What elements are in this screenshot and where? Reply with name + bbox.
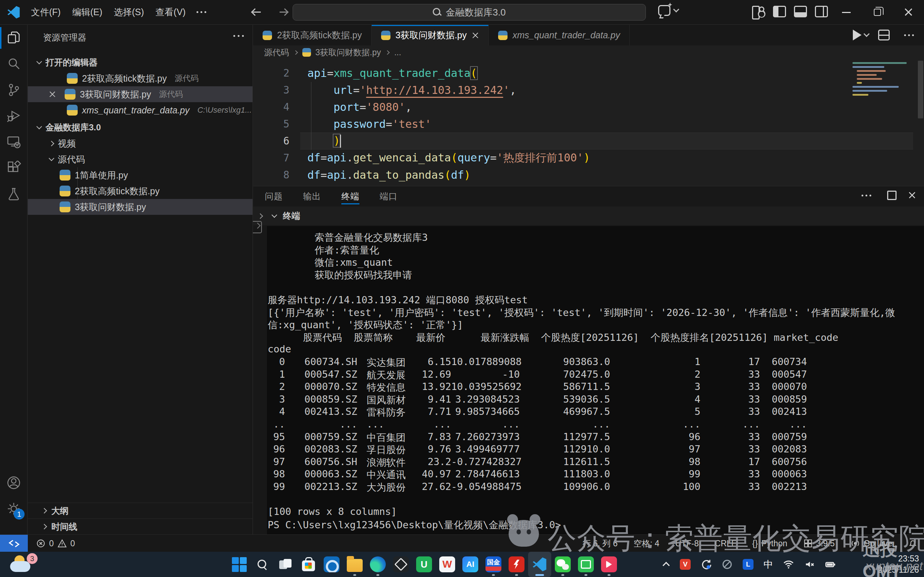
taskbar-dark-app-button[interactable] xyxy=(389,552,413,577)
folder-videos[interactable]: 视频 xyxy=(28,135,253,151)
nav-forward-icon[interactable] xyxy=(276,5,290,19)
explorer-more-actions-icon[interactable] xyxy=(233,35,244,37)
window-minimize-button[interactable] xyxy=(831,0,862,24)
editor-more-actions-icon[interactable] xyxy=(899,31,919,39)
taskbar-red-bolt-app-button[interactable] xyxy=(505,552,528,577)
panel-more-actions-icon[interactable] xyxy=(856,192,876,199)
menu-more-icon[interactable] xyxy=(192,8,211,16)
activity-extensions-icon[interactable] xyxy=(0,155,27,181)
outline-section[interactable]: 大纲 xyxy=(28,503,253,519)
folder-source[interactable]: 源代码 xyxy=(28,151,253,167)
minimap[interactable] xyxy=(853,62,914,102)
taskbar-start-button[interactable] xyxy=(227,552,251,577)
terminal-output[interactable]: 索普金融量化交易数据库3 作者:索普量化 微信:xms_quant 获取的授权码… xyxy=(267,226,924,535)
taskbar-search-button[interactable] xyxy=(251,552,274,577)
panel-tab-ports[interactable]: 端口 xyxy=(380,186,398,206)
taskbar-wps-button[interactable]: W xyxy=(435,552,459,577)
toggle-panel-icon[interactable] xyxy=(794,6,807,17)
split-editor-icon[interactable] xyxy=(878,30,890,40)
remote-indicator[interactable] xyxy=(0,535,28,552)
breadcrumb-item[interactable]: 源代码 xyxy=(264,47,289,58)
taskbar-weather-widget[interactable]: 3 xyxy=(10,554,37,575)
taskbar-edge-button[interactable] xyxy=(366,552,389,577)
file-item-selected[interactable]: 3获取问财数据.py xyxy=(28,199,253,215)
code-editor[interactable]: 2api=xms_quant_trader_data(3 url='http:/… xyxy=(253,59,924,186)
taskbar-green-chat-app-button[interactable] xyxy=(574,552,597,577)
indentation-status[interactable]: 空格: 4 xyxy=(634,538,660,549)
cursor-position-status[interactable]: 行 6, 列 6 xyxy=(583,538,618,549)
tray-v-app-icon[interactable]: V xyxy=(680,559,691,570)
activity-remote-explorer-icon[interactable] xyxy=(0,129,27,155)
tab-3获取问财数据[interactable]: 3获取问财数据.py xyxy=(372,25,489,45)
copilot-button[interactable] xyxy=(658,5,678,16)
nav-back-icon[interactable] xyxy=(249,5,264,19)
taskbar-task-view-button[interactable] xyxy=(274,552,297,577)
open-editor-item[interactable]: 2获取高频tick数据.py 源代码 xyxy=(28,71,253,86)
activity-source-control-icon[interactable] xyxy=(0,77,27,103)
taskbar-pink-app-button[interactable] xyxy=(597,552,621,577)
taskbar-file-explorer-button[interactable] xyxy=(343,552,366,577)
eol-status[interactable]: CRLF xyxy=(715,539,737,548)
ime-language-indicator[interactable]: 中 xyxy=(764,558,773,571)
taskbar-outlook-button[interactable] xyxy=(320,552,343,577)
encoding-status[interactable]: UTF-8 xyxy=(675,539,698,548)
file-item[interactable]: 1简单使用.py xyxy=(28,167,253,183)
activity-explorer-icon[interactable] xyxy=(0,25,27,51)
tray-hidden-icons-chevron[interactable] xyxy=(663,562,670,569)
tab-close-icon[interactable] xyxy=(472,32,479,39)
window-close-button[interactable] xyxy=(893,0,924,24)
close-icon[interactable] xyxy=(49,90,56,98)
taskbar-green-u-app-button[interactable]: U xyxy=(413,552,435,577)
tab-xms-quant-trader-data[interactable]: xms_quant_trader_data.py xyxy=(489,25,630,45)
bell-icon[interactable] xyxy=(908,539,918,548)
open-editors-section[interactable]: 打开的编辑器 xyxy=(28,55,253,71)
timeline-section[interactable]: 时间线 xyxy=(28,519,253,534)
taskbar-ai-app-button[interactable]: AI xyxy=(459,552,482,577)
menu-file[interactable]: 文件(F) xyxy=(25,3,66,21)
problems-status[interactable]: 0 0 xyxy=(36,539,75,548)
toggle-secondary-sidebar-icon[interactable] xyxy=(815,6,828,17)
tab-2获取高频tick数据[interactable]: 2获取高频tick数据.py xyxy=(253,25,372,45)
breadcrumb-item[interactable]: 3获取问财数据.py xyxy=(315,47,381,58)
panel-maximize-icon[interactable] xyxy=(887,191,897,200)
activity-run-debug-icon[interactable] xyxy=(0,103,27,129)
taskbar-vscode-button[interactable] xyxy=(528,552,551,577)
breadcrumb-item[interactable]: ... xyxy=(394,48,401,57)
open-editor-item-selected[interactable]: 3获取问财数据.py 源代码 xyxy=(28,86,253,102)
panel-tab-problems[interactable]: 问题 xyxy=(265,186,283,206)
window-restore-button[interactable] xyxy=(862,0,893,24)
file-item[interactable]: 2获取高频tick数据.py xyxy=(28,183,253,199)
chevron-collapsed-icon[interactable] xyxy=(258,213,263,219)
tray-lenovo-icon[interactable]: L xyxy=(743,559,753,570)
terminal-group-header[interactable]: 终端 xyxy=(253,206,924,225)
settings-gear-icon[interactable]: 1 xyxy=(0,496,27,522)
panel-close-icon[interactable] xyxy=(908,191,916,199)
taskbar-clock[interactable]: 23:53 2025/11/26 xyxy=(878,553,919,575)
command-center-search[interactable]: 金融数据库3.0 xyxy=(293,4,646,21)
wifi-icon[interactable] xyxy=(783,559,794,570)
battery-icon[interactable] xyxy=(825,559,836,570)
account-icon[interactable] xyxy=(0,470,27,496)
toggle-primary-sidebar-icon[interactable] xyxy=(773,6,786,17)
taskbar-wechat-button[interactable] xyxy=(551,552,574,577)
python-interpreter-status[interactable]: 3.9.5 xyxy=(803,539,835,548)
language-mode-status[interactable]: {} Python xyxy=(752,539,787,548)
taskbar-ptrade-button[interactable]: 国金 xyxy=(482,552,505,577)
tray-sync-icon[interactable] xyxy=(701,559,711,570)
activity-testing-icon[interactable] xyxy=(0,181,27,207)
taskbar-store-button[interactable] xyxy=(297,552,320,577)
run-python-file-button[interactable] xyxy=(853,30,869,40)
menu-view[interactable]: 查看(V) xyxy=(150,3,192,21)
go-live-status[interactable]: Go Live xyxy=(851,539,892,548)
editor-scrollbar[interactable] xyxy=(918,61,923,118)
panel-tab-terminal[interactable]: 终端 xyxy=(341,186,360,206)
panel-tab-output[interactable]: 输出 xyxy=(303,186,321,206)
tray-paused-cloud-icon[interactable] xyxy=(722,559,732,570)
volume-muted-icon[interactable] xyxy=(804,559,815,570)
customize-layout-icon[interactable] xyxy=(752,6,765,17)
menu-selection[interactable]: 选择(S) xyxy=(108,3,150,21)
activity-search-icon[interactable] xyxy=(0,51,27,77)
menu-edit[interactable]: 编辑(E) xyxy=(66,3,108,21)
open-editor-item[interactable]: xms_quant_trader_data.py C:\Users\lxg1..… xyxy=(28,102,253,118)
workspace-root-folder[interactable]: 金融数据库3.0 xyxy=(28,119,253,135)
